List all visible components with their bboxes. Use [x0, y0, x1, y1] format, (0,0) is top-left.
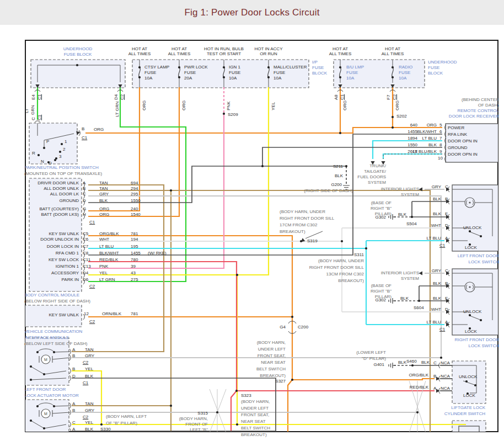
diagram-label: ORG [181, 100, 186, 110]
diagram-label: BLK [398, 212, 406, 217]
diagram-label: 781 [131, 231, 138, 236]
junction-dot [138, 76, 141, 78]
diagram-label: G401 [373, 362, 384, 367]
diagram-label: S315 [197, 411, 208, 416]
diagram-label: C1 [37, 94, 42, 100]
right-front-door-lock-switch [452, 269, 499, 335]
diagram-label: LIFTGATE LOCK [451, 405, 485, 410]
diagram-label: C [433, 360, 437, 365]
junction-dot [345, 165, 347, 167]
connector-bracket-icon [69, 368, 71, 374]
diagram-label: A8 [334, 94, 339, 100]
diagram-label: WHT [431, 223, 441, 228]
diagram-label: LOCK SWITCH [468, 259, 499, 264]
diagram-label: NEAR SEAT [261, 360, 286, 365]
diagram-label: D [83, 198, 86, 203]
diagram-label: ALL TIMES [168, 51, 190, 56]
diagram-label: ORN/BLK [102, 311, 121, 316]
junction-dot [236, 423, 238, 426]
diagram-label: ALL TIMES [128, 51, 151, 56]
s319-callout-arrow [305, 231, 323, 238]
partial-inner-box [459, 426, 479, 437]
junction-dot [339, 66, 341, 68]
diagram-label: B [72, 367, 75, 371]
diagram-label: ORG [94, 127, 104, 132]
junction-dot [480, 235, 482, 237]
diagram-label: 10A [346, 76, 354, 81]
junction-dot [291, 379, 293, 381]
diagram-label: NCA [441, 374, 450, 379]
diagram-label: KEY SW UNLK [49, 312, 79, 317]
diagram-label: FUSE BLOCK [64, 52, 92, 57]
diagram-label: ALL DOOR LK [50, 192, 79, 197]
junction-dot [30, 420, 32, 422]
diagram-label: LT [24, 108, 29, 113]
diagram-label: C1 [340, 94, 345, 100]
diagram-label: S311 [354, 252, 364, 257]
diagram-label: G302 [375, 298, 386, 302]
diagram-label: UNDERHOOD [428, 60, 457, 65]
diagram-label: C [72, 420, 76, 425]
junction-dot [267, 66, 270, 68]
diagram-label: C1 [82, 135, 87, 140]
diagram-label: MALL/CLUSTER [274, 65, 307, 70]
diagram-label: FRONT SEAT, [258, 353, 286, 358]
junction-dot [36, 405, 39, 407]
diagram-label: 295 [131, 192, 138, 197]
diagram-label: A [83, 180, 85, 185]
diagram-label: 1550 [408, 142, 417, 147]
diagram-label: WHT [431, 307, 441, 312]
diagram-label: 1550 [131, 198, 141, 203]
diagram-label: CYLINDER SWITCH [444, 411, 485, 416]
diagram-label: GRY [432, 268, 441, 273]
diagram-label: BREAKOUT) [280, 229, 305, 234]
diagram-label: DOOR LOCK IN [47, 244, 79, 249]
diagram-label: B [72, 408, 75, 413]
junction-dot [100, 423, 103, 426]
diagram-label: G200 [331, 182, 342, 187]
ground-icon [389, 363, 396, 368]
diagram-label: HOT AT [333, 46, 348, 51]
junction-dot [170, 405, 172, 407]
diagram-label: GRY [99, 192, 109, 197]
diagram-label: PARK/NEUTRAL POSITION SWITCH [24, 165, 99, 170]
diagram-label: (BODY HARN, [241, 399, 270, 404]
diagram-label: WHT [99, 237, 109, 242]
diagram-label: LOCK [463, 393, 475, 398]
diagram-label: ORG [142, 100, 147, 110]
diagram-label: BLK [433, 197, 441, 201]
diagram-label: (LOWER LEFT [356, 350, 386, 355]
diagram-label: C [83, 192, 86, 197]
diagram-label: C1 [89, 220, 95, 225]
diagram-label: 10A [399, 76, 406, 81]
lt-blu-blk-2618-stripe [383, 154, 442, 159]
diagram-label: FUSE [346, 70, 358, 75]
junction-dot [469, 230, 471, 232]
diagram-label: S319 [307, 238, 318, 243]
junction-dot [43, 373, 45, 375]
diagram-label: UNLOCK [459, 374, 477, 379]
diagram-label: DOOR UNLOCK IN [40, 237, 79, 242]
diagram-label: 7 [439, 136, 442, 141]
diagram-label: LT GRN [115, 101, 120, 117]
diagram-label: ALL TIMES [382, 51, 404, 56]
diagram-label: SYSTEM [368, 180, 386, 185]
diagram-label: E [445, 211, 448, 216]
diagram-label: LEFT FRONT DOOR [24, 387, 66, 392]
diagram-label: DOOR OPN IN [448, 139, 478, 144]
junction-dot [300, 240, 302, 242]
left-front-door-lock-switch [452, 185, 499, 251]
diagram-label: UNLOCK [463, 309, 481, 314]
diagram-label: RFA CMD 1 [56, 251, 79, 256]
diagram-label: S323 [241, 393, 251, 398]
diagram-label: B/U LMP [346, 65, 364, 70]
diagram-label: PNK [226, 102, 231, 110]
junction-dot [469, 314, 471, 316]
junction-dot [36, 351, 39, 353]
diagram-label: ORG/BLK [409, 373, 428, 378]
junction-dot [392, 76, 394, 78]
diagram-label: BREAKOUT) [338, 278, 364, 283]
diagram-label: B [83, 186, 85, 191]
diagram-label: 240 [131, 206, 138, 211]
diagram-label: C11 [83, 257, 90, 262]
